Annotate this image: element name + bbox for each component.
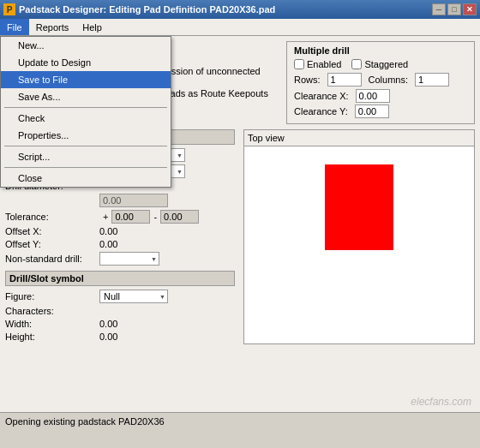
menu-separator-3 — [4, 167, 167, 168]
tolerance-label: Tolerance: — [5, 212, 99, 222]
status-message: Opening existing padstack PAD20X36 — [5, 416, 165, 427]
pad-preview — [325, 164, 393, 250]
multiple-drill-section: Multiple drill Enabled Staggered Rows: C… — [286, 41, 475, 124]
top-view-panel: Top view — [243, 129, 475, 344]
app-icon: P — [3, 3, 15, 15]
figure-label: Figure: — [5, 291, 99, 302]
menu-item-check[interactable]: Check — [1, 110, 171, 127]
top-view-title: Top view — [244, 130, 474, 146]
menu-item-saveas[interactable]: Save As... — [1, 88, 171, 105]
width-value: 0.00 — [99, 319, 117, 329]
figure-row: Figure: Null — [5, 290, 235, 303]
clearance-y-row: Clearance Y: — [294, 105, 467, 118]
window-controls: ─ □ ✕ — [432, 3, 477, 15]
columns-label: Columns: — [369, 75, 408, 85]
enabled-checkbox[interactable] — [294, 59, 304, 69]
menu-help[interactable]: Help — [75, 19, 109, 35]
non-standard-select[interactable] — [99, 252, 159, 266]
tolerance-plus: + — [103, 212, 108, 222]
menu-item-save[interactable]: Save to File — [1, 71, 171, 88]
window-title: Padstack Designer: Editing Pad Definitio… — [19, 4, 275, 15]
tolerance-row: Tolerance: + - — [5, 210, 235, 224]
offset-x-label: Offset X: — [5, 226, 99, 236]
clearance-y-input[interactable] — [355, 105, 389, 118]
non-standard-row: Non-standard drill: — [5, 252, 235, 266]
multiple-drill-title: Multiple drill — [294, 45, 467, 56]
height-label: Height: — [5, 332, 99, 342]
non-standard-select-wrapper — [99, 252, 159, 266]
menu-separator-1 — [4, 107, 167, 108]
characters-label: Characters: — [5, 306, 99, 316]
tolerance-minus-input[interactable] — [160, 210, 199, 224]
staggered-checkbox[interactable] — [351, 59, 362, 69]
menu-item-properties[interactable]: Properties... — [1, 127, 171, 144]
drill-diameter-value-row — [5, 194, 235, 207]
width-row: Width: 0.00 — [5, 319, 235, 329]
menu-file[interactable]: File — [0, 19, 29, 35]
drill-diameter-input[interactable] — [99, 194, 168, 207]
rows-label: Rows: — [294, 75, 321, 85]
menu-item-close[interactable]: Close — [1, 170, 171, 187]
menu-item-new[interactable]: New... — [1, 37, 171, 54]
height-row: Height: 0.00 — [5, 332, 235, 342]
menu-item-script[interactable]: Script... — [1, 148, 171, 165]
offset-y-value: 0.00 — [99, 239, 117, 249]
offset-y-row: Offset Y: 0.00 — [5, 239, 235, 249]
tolerance-dash: - — [153, 212, 157, 222]
drill-symbol-header: Drill/Slot symbol — [5, 271, 235, 286]
clearance-x-input[interactable] — [356, 89, 390, 103]
characters-row: Characters: — [5, 306, 235, 316]
multiple-drill-checkboxes: Enabled Staggered — [294, 59, 467, 69]
menu-item-update[interactable]: Update to Design — [1, 54, 171, 71]
rows-cols-row: Rows: Columns: — [294, 73, 467, 87]
close-button[interactable]: ✕ — [463, 3, 477, 15]
minimize-button[interactable]: ─ — [432, 3, 446, 15]
width-label: Width: — [5, 319, 99, 329]
offset-x-value: 0.00 — [99, 226, 117, 236]
offset-y-label: Offset Y: — [5, 239, 99, 249]
columns-input[interactable] — [415, 73, 449, 87]
menu-separator-2 — [4, 146, 167, 146]
tolerance-plus-input[interactable] — [111, 210, 150, 224]
figure-select-wrapper: Null — [99, 290, 168, 303]
watermark: elecfans.com — [411, 396, 471, 408]
rows-input[interactable] — [327, 73, 362, 87]
offset-x-row: Offset X: 0.00 — [5, 226, 235, 236]
height-value: 0.00 — [99, 332, 117, 342]
maximize-button[interactable]: □ — [447, 3, 461, 15]
menu-reports[interactable]: Reports — [29, 19, 76, 35]
file-dropdown-menu: New... Update to Design Save to File Sav… — [0, 36, 171, 188]
title-bar: P Padstack Designer: Editing Pad Definit… — [0, 0, 480, 19]
menu-bar: File Reports Help — [0, 19, 480, 36]
svg-text:P: P — [7, 5, 13, 15]
figure-select[interactable]: Null — [99, 290, 168, 303]
clearance-x-row: Clearance X: — [294, 89, 467, 103]
status-bar: Opening existing padstack PAD20X36 — [0, 412, 480, 429]
clearance-y-label: Clearance Y: — [294, 106, 348, 116]
clearance-x-label: Clearance X: — [294, 91, 349, 101]
enabled-option: Enabled — [294, 59, 341, 69]
non-standard-label: Non-standard drill: — [5, 254, 99, 264]
staggered-option: Staggered — [351, 59, 408, 69]
